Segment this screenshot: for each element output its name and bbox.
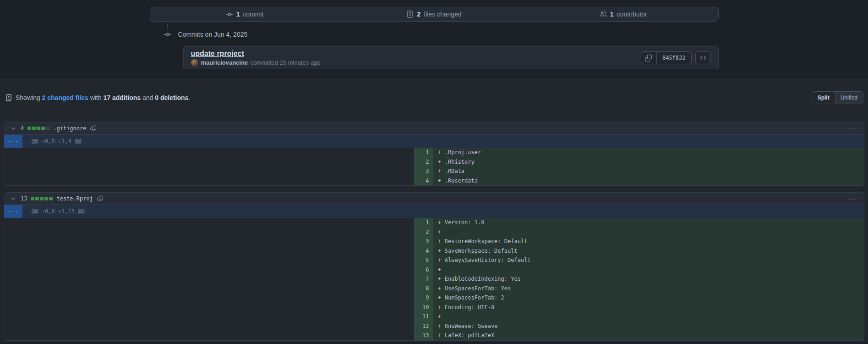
split-view-button[interactable]: Split: [812, 91, 835, 104]
kebab-menu-icon[interactable]: ···: [846, 196, 858, 201]
diff-left-empty: [4, 322, 414, 331]
file-diff-icon: [5, 94, 12, 101]
copy-sha-button[interactable]: [641, 52, 657, 64]
diff-summary-text: Showing 2 changed files with 17 addition…: [16, 94, 190, 101]
diff-body: 1+.Rproj.user2+.Rhistory3+.RData4+.Ruser…: [4, 148, 864, 185]
diffstat-block-added: [31, 197, 34, 200]
diff-left-empty: [4, 166, 414, 176]
diff-row: 10+Encoding: UTF-8: [4, 303, 864, 312]
diffstat-block-added: [37, 127, 40, 130]
diff-summary-row: Showing 2 changed files with 17 addition…: [4, 91, 864, 104]
diff-line-number[interactable]: 8: [414, 284, 433, 294]
diff-line-number[interactable]: 13: [414, 331, 433, 340]
commit-title-link[interactable]: update rproject: [191, 50, 321, 58]
stat-contributors[interactable]: 1 contributor: [529, 7, 718, 21]
file-additions-count: 4: [21, 125, 24, 132]
commit-count: 1: [236, 11, 240, 18]
copy-filename-icon[interactable]: [97, 195, 104, 202]
expand-diff-button[interactable]: ···: [4, 135, 22, 148]
diff-line-number[interactable]: 3: [414, 237, 433, 246]
diff-line-content: +.RData: [433, 166, 864, 176]
file-header: 4 .gitignore ···: [4, 122, 864, 135]
author-avatar[interactable]: [191, 59, 198, 67]
diff-left-empty: [4, 312, 414, 322]
contributor-label: contributor: [617, 11, 647, 18]
diff-line-number[interactable]: 11: [414, 312, 433, 322]
stat-commits[interactable]: 1 commit: [150, 7, 339, 21]
diff-line-number[interactable]: 7: [414, 274, 433, 284]
diff-line-number[interactable]: 4: [414, 176, 433, 186]
hunk-header-text: @@ -0,0 +1,13 @@: [22, 205, 864, 218]
diff-line-number[interactable]: 2: [414, 157, 433, 167]
hunk-header-row: ··· @@ -0,0 +1,13 @@: [4, 205, 864, 218]
files-changed-label: files changed: [424, 11, 462, 18]
diffstat-block-neutral: [46, 127, 49, 130]
diff-row: 2+: [4, 227, 864, 237]
kebab-menu-icon[interactable]: ···: [846, 126, 858, 131]
diff-line-number[interactable]: 5: [414, 255, 433, 265]
diff-row: 8+UseSpacesForTab: Yes: [4, 284, 864, 294]
diff-line-number[interactable]: 3: [414, 166, 433, 176]
timeline-commit-icon: [164, 30, 172, 39]
commit-card-main: update rproject mauriciovancine committe…: [191, 50, 321, 67]
hunk-header-row: ··· @@ -0,0 +1,4 @@: [4, 135, 864, 148]
file-additions-count: 13: [21, 195, 27, 202]
diff-row: 4+.Ruserdata: [4, 176, 864, 186]
diff-line-number[interactable]: 1: [414, 148, 433, 157]
diff-row: 2+.Rhistory: [4, 157, 864, 167]
diff-line-number[interactable]: 2: [414, 227, 433, 237]
diff-row: 13+LaTeX: pdfLaTeX: [4, 331, 864, 340]
diff-left-empty: [4, 284, 414, 294]
diffstat-block-added: [41, 127, 45, 130]
diff-line-number[interactable]: 12: [414, 322, 433, 331]
diffstat-block-added: [32, 127, 36, 130]
diff-line-content: +AlwaysSaveHistory: Default: [433, 255, 864, 265]
diff-line-number[interactable]: 4: [414, 246, 433, 256]
commits-overview-section: 1 commit 2 files changed 1 contributor: [0, 0, 868, 78]
diff-left-empty: [4, 218, 414, 227]
diff-line-content: +.Ruserdata: [433, 176, 864, 186]
browse-code-button[interactable]: [695, 51, 711, 64]
diff-section: Showing 2 changed files with 17 addition…: [0, 78, 868, 342]
commit-sha-button[interactable]: 845f832: [657, 52, 691, 64]
commit-author-link[interactable]: mauriciovancine: [201, 59, 248, 66]
diff-line-content: +: [433, 265, 864, 275]
diff-left-empty: [4, 293, 414, 303]
diff-left-empty: [4, 237, 414, 246]
stat-files-changed[interactable]: 2 files changed: [339, 7, 529, 21]
file-name[interactable]: teste.Rproj: [56, 195, 93, 202]
git-commit-icon: [226, 11, 233, 18]
diff-line-content: +UseSpacesForTab: Yes: [433, 284, 864, 294]
diff-line-content: +.Rhistory: [433, 157, 864, 167]
diffstat-blocks: [27, 127, 49, 130]
diff-left-empty: [4, 227, 414, 237]
diff-row: 5+AlwaysSaveHistory: Default: [4, 255, 864, 265]
expand-diff-button[interactable]: ···: [4, 205, 22, 218]
copy-filename-icon[interactable]: [90, 125, 97, 132]
diffstat-block-added: [27, 127, 31, 130]
commits-date-heading: Commits on Jun 4, 2025: [178, 31, 248, 38]
file-name[interactable]: .gitignore: [53, 125, 86, 132]
diff-line-number[interactable]: 1: [414, 218, 433, 227]
hunk-header-text: @@ -0,0 +1,4 @@: [22, 135, 864, 148]
diff-row: 3+RestoreWorkspace: Default: [4, 237, 864, 246]
diff-line-content: +Version: 1.0: [433, 218, 864, 227]
diff-line-content: +NumSpacesForTab: 2: [433, 293, 864, 303]
diff-left-empty: [4, 176, 414, 186]
diff-line-content: +LaTeX: pdfLaTeX: [433, 331, 864, 340]
changed-files-link[interactable]: 2 changed files: [42, 94, 88, 101]
diff-line-number[interactable]: 6: [414, 265, 433, 275]
chevron-down-icon[interactable]: [10, 195, 17, 202]
diff-line-number[interactable]: 10: [414, 303, 433, 312]
additions-count: 17 additions: [103, 94, 141, 101]
diff-line-number[interactable]: 9: [414, 293, 433, 303]
diff-row: 11+: [4, 312, 864, 322]
chevron-down-icon[interactable]: [10, 125, 17, 132]
diff-row: 7+EnableCodeIndexing: Yes: [4, 274, 864, 284]
diffstat-blocks: [31, 197, 53, 200]
diffstat-block-added: [35, 197, 39, 200]
diffstat-block-added: [40, 197, 44, 200]
diff-row: 12+RnwWeave: Sweave: [4, 322, 864, 331]
unified-view-button[interactable]: Unified: [835, 92, 863, 104]
diff-left-empty: [4, 157, 414, 167]
